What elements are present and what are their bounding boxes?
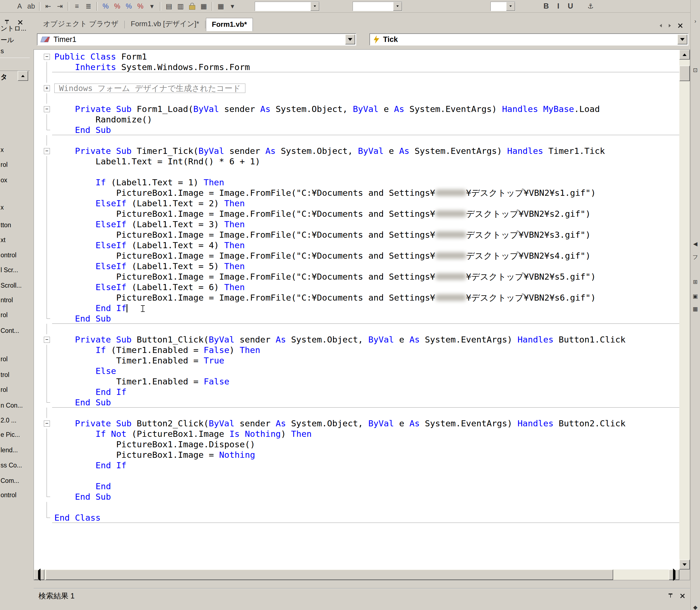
underline-button[interactable]: U [564, 1, 576, 12]
toolbox-item[interactable]: rol [1, 386, 8, 394]
toolbox-item[interactable]: trol [1, 371, 10, 379]
code-line[interactable]: PictureBox1.Image = Nothing [34, 450, 679, 460]
expand-right-icon[interactable]: › [691, 17, 699, 26]
dropdown-arrow-icon[interactable] [506, 2, 515, 11]
dropdown-arrow-icon[interactable] [393, 2, 402, 11]
toolbox-item[interactable]: x [1, 204, 4, 211]
outline-toggle-icon[interactable]: − [42, 146, 52, 156]
pin-icon[interactable] [667, 593, 673, 599]
scroll-up-icon[interactable] [679, 50, 690, 60]
tab-form1-designer[interactable]: Form1.vb [デザイン]* [125, 17, 205, 31]
show-lines-icon[interactable]: ▤ [163, 1, 175, 12]
comment-selection-icon[interactable]: % [100, 1, 111, 12]
close-icon[interactable] [680, 593, 685, 599]
toolbox-item[interactable]: x [1, 146, 4, 154]
outline-toggle-icon[interactable]: − [42, 51, 52, 62]
code-line[interactable]: End If [34, 387, 679, 397]
code-line[interactable]: End Sub [34, 492, 679, 502]
code-line[interactable]: ElseIf (Label1.Text = 2) Then [34, 198, 679, 208]
code-line[interactable]: If Not (PictureBox1.Image Is Nothing) Th… [34, 429, 679, 439]
code-line[interactable]: ElseIf (Label1.Text = 3) Then [34, 219, 679, 229]
code-line[interactable]: Randomize() [34, 114, 679, 125]
code-line[interactable]: PictureBox1.Image = Image.FromFile("C:¥D… [34, 251, 679, 261]
code-line[interactable]: −Private Sub Button1_Click(ByVal sender … [34, 334, 679, 345]
toolbox-item[interactable]: ontrol [1, 252, 17, 259]
toolbox-item[interactable]: 2.0 ... [1, 417, 17, 424]
toolbox-item[interactable]: rol [1, 311, 8, 319]
toolbox-item[interactable]: tton [1, 222, 11, 229]
anchor-icon[interactable]: ⚓ [585, 1, 596, 12]
italic-button[interactable]: I [552, 1, 564, 12]
code-line[interactable]: End Sub [34, 397, 679, 407]
event-dropdown-arrow-icon[interactable] [678, 34, 687, 44]
lock-icon[interactable] [186, 1, 198, 12]
panel-window-icon[interactable]: ⊞ [691, 277, 699, 286]
code-line[interactable]: End If [34, 303, 679, 313]
code-line[interactable]: +Windows フォーム デザイナで生成されたコード [34, 83, 679, 93]
toolbox-scroll-up-icon[interactable] [18, 71, 28, 81]
code-line[interactable]: If (Label1.Text = 1) Then [34, 177, 679, 188]
tab-object-browser[interactable]: オブジェクト ブラウザ [37, 17, 124, 31]
numbered-list-icon[interactable]: ≣ [83, 1, 94, 12]
dock-window-icon[interactable]: ⊡ [691, 66, 699, 75]
vertical-scrollbar[interactable] [679, 50, 690, 569]
horizontal-scrollbar-thumb[interactable] [46, 569, 613, 580]
bullet-list-icon[interactable]: ≡ [71, 1, 83, 12]
code-line[interactable]: Inherits System.Windows.Forms.Form [34, 62, 679, 72]
toolbox-item[interactable]: ontrol [1, 492, 17, 499]
code-line[interactable]: End Sub [34, 125, 679, 135]
code-editor[interactable]: −Public Class Form1Inherits System.Windo… [34, 50, 679, 569]
code-line[interactable] [34, 470, 679, 481]
code-line[interactable]: End Sub [34, 313, 679, 324]
code-line[interactable]: End [34, 481, 679, 492]
close-document-icon[interactable] [678, 23, 683, 28]
outline-toggle-icon[interactable]: − [42, 418, 52, 429]
object-dropdown-arrow-icon[interactable] [345, 34, 355, 44]
toolbar-combo-1[interactable] [255, 2, 320, 11]
toolbox-item[interactable]: xt [1, 236, 5, 244]
scroll-right-icon[interactable] [669, 569, 679, 580]
code-line[interactable] [34, 502, 679, 512]
make-uppercase-icon[interactable]: % [123, 1, 134, 12]
code-line[interactable]: Else [34, 366, 679, 376]
toolbox-item[interactable]: Scroll... [1, 282, 22, 289]
text-markup-icon[interactable]: A [14, 1, 26, 12]
object-dropdown[interactable]: Timer1 [37, 33, 356, 46]
code-line[interactable]: PictureBox1.Image.Dispose() [34, 439, 679, 450]
uncomment-selection-icon[interactable]: % [111, 1, 123, 12]
scroll-left-icon[interactable] [34, 569, 44, 580]
toolbox-item[interactable]: Cont... [1, 327, 19, 335]
code-line[interactable]: PictureBox1.Image = Image.FromFile("C:¥D… [34, 229, 679, 240]
toolbox-item[interactable]: rol [1, 161, 8, 168]
toolbox-item[interactable]: ox [1, 176, 7, 184]
toolbar-combo-2[interactable] [353, 2, 402, 11]
collapse-panel-icon[interactable]: ◀ [691, 239, 699, 248]
code-line[interactable] [34, 324, 679, 334]
code-line[interactable]: Timer1.Enabled = True [34, 355, 679, 366]
toolbox-item[interactable]: ss Co... [1, 462, 22, 469]
tab-form1-code[interactable]: Form1.vb* [206, 18, 253, 31]
toolbox-item[interactable]: l Scr... [1, 267, 18, 274]
code-line[interactable]: −Private Sub Button2_Click(ByVal sender … [34, 418, 679, 429]
code-line[interactable] [34, 93, 679, 104]
code-line[interactable]: Label1.Text = Int(Rnd() * 6 + 1) [34, 156, 679, 166]
code-line[interactable]: If (Timer1.Enabled = False) Then [34, 345, 679, 355]
table-icon[interactable]: ▦ [215, 1, 227, 12]
outline-toggle-icon[interactable]: − [42, 104, 52, 114]
scroll-tabs-left-icon[interactable] [660, 24, 662, 28]
code-line[interactable]: PictureBox1.Image = Image.FromFile("C:¥D… [34, 188, 679, 198]
code-line[interactable]: End If [34, 460, 679, 470]
code-line[interactable]: PictureBox1.Image = Image.FromFile("C:¥D… [34, 208, 679, 219]
event-dropdown[interactable]: Tick [370, 33, 689, 46]
vertical-tab-text[interactable]: フ [691, 253, 699, 261]
toolbox-item[interactable]: ntrol [1, 296, 13, 304]
indent-decrease-icon[interactable]: ⇤ [43, 1, 54, 12]
toolbox-item[interactable]: n Con... [1, 402, 23, 409]
code-line[interactable]: −Private Sub Form1_Load(ByVal sender As … [34, 104, 679, 114]
code-line[interactable]: ElseIf (Label1.Text = 6) Then [34, 282, 679, 292]
code-line[interactable] [34, 166, 679, 177]
toolbox-item[interactable]: e Pic... [1, 431, 20, 438]
bottom-dock-icon[interactable]: ◆ [691, 603, 699, 610]
outline-toggle-icon[interactable]: − [42, 334, 52, 345]
outline-toggle-icon[interactable]: + [42, 83, 52, 93]
